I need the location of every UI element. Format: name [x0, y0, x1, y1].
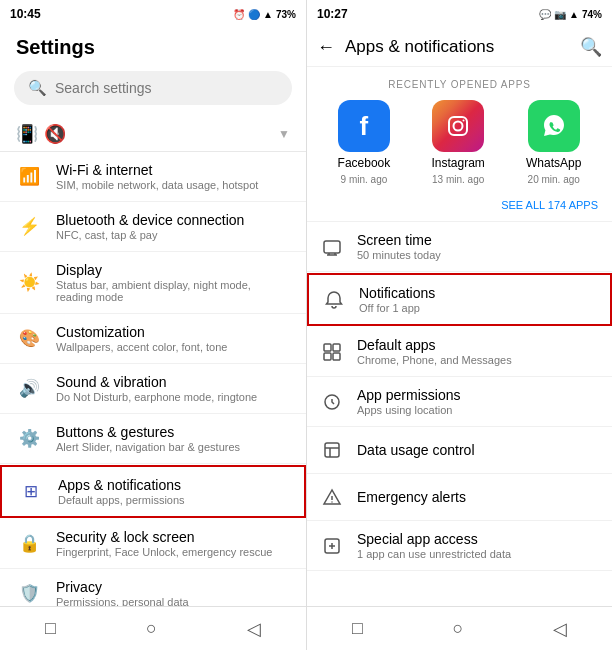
recent-apps-section: RECENTLY OPENED APPS f Facebook 9 min. a… [307, 67, 612, 222]
left-nav-bar: □ ○ ◁ [0, 606, 306, 650]
security-title: Security & lock screen [56, 529, 290, 545]
instagram-time: 13 min. ago [432, 174, 484, 185]
customization-title: Customization [56, 324, 290, 340]
security-sub: Fingerprint, Face Unlock, emergency resc… [56, 546, 290, 558]
apps-title: Apps & notifications [58, 477, 288, 493]
app-permissions-sub: Apps using location [357, 404, 600, 416]
right-nav-back[interactable]: ◁ [553, 618, 567, 640]
right-time: 10:27 [317, 7, 348, 21]
buttons-title: Buttons & gestures [56, 424, 290, 440]
screen-time-icon [319, 234, 345, 260]
facebook-time: 9 min. ago [341, 174, 388, 185]
privacy-sub: Permissions, personal data [56, 596, 290, 606]
whatsapp-time: 20 min. ago [528, 174, 580, 185]
display-icon: ☀️ [16, 270, 42, 296]
bluetooth-title: Bluetooth & device connection [56, 212, 290, 228]
special-access-title: Special app access [357, 531, 600, 547]
left-nav-square[interactable]: □ [45, 618, 56, 639]
settings-item-bluetooth[interactable]: ⚡ Bluetooth & device connection NFC, cas… [0, 202, 306, 252]
wifi-right-icon: ▲ [569, 9, 579, 20]
apps-row: f Facebook 9 min. ago Instagram 13 min. … [307, 100, 612, 193]
message-icon: 💬 [539, 9, 551, 20]
left-header: Settings [0, 28, 306, 63]
settings-item-sound[interactable]: 🔊 Sound & vibration Do Not Disturb, earp… [0, 364, 306, 414]
right-status-bar: 10:27 💬 📷 ▲ 74% [307, 0, 612, 28]
settings-item-wifi[interactable]: 📶 Wi-Fi & internet SIM, mobile network, … [0, 152, 306, 202]
left-time: 10:45 [10, 7, 41, 21]
right-nav-circle[interactable]: ○ [453, 618, 464, 639]
display-title: Display [56, 262, 290, 278]
app-item-instagram[interactable]: Instagram 13 min. ago [431, 100, 484, 185]
buttons-sub: Alert Slider, navigation bar & gestures [56, 441, 290, 453]
search-input[interactable] [55, 80, 278, 96]
alarm-icon: ⏰ [233, 9, 245, 20]
bluetooth-status-icon: 🔵 [248, 9, 260, 20]
display-sub: Status bar, ambient display, night mode,… [56, 279, 290, 303]
settings-item-apps[interactable]: ⊞ Apps & notifications Default apps, per… [0, 465, 306, 518]
wifi-status-icon: ▲ [263, 9, 273, 20]
vibrate-icon: 📳 [16, 123, 38, 145]
right-nav-square[interactable]: □ [352, 618, 363, 639]
settings-item-display[interactable]: ☀️ Display Status bar, ambient display, … [0, 252, 306, 314]
right-nav-bar: □ ○ ◁ [307, 606, 612, 650]
customization-icon: 🎨 [16, 326, 42, 352]
section-icons: 📳 🔇 [16, 123, 66, 145]
privacy-title: Privacy [56, 579, 290, 595]
back-icon[interactable]: ← [317, 37, 335, 58]
wifi-icon: 📶 [16, 164, 42, 190]
bluetooth-icon: ⚡ [16, 214, 42, 240]
special-access-sub: 1 app can use unrestricted data [357, 548, 600, 560]
right-item-app-permissions[interactable]: App permissions Apps using location [307, 377, 612, 427]
bluetooth-sub: NFC, cast, tap & pay [56, 229, 290, 241]
right-item-screen-time[interactable]: Screen time 50 minutes today [307, 222, 612, 272]
settings-item-buttons[interactable]: ⚙️ Buttons & gestures Alert Slider, navi… [0, 414, 306, 464]
privacy-icon: 🛡️ [16, 581, 42, 607]
app-item-whatsapp[interactable]: WhatsApp 20 min. ago [526, 100, 581, 185]
left-status-icons: ⏰ 🔵 ▲ 73% [233, 9, 296, 20]
wifi-sub: SIM, mobile network, data usage, hotspot [56, 179, 290, 191]
instagram-icon [432, 100, 484, 152]
right-battery: 74% [582, 9, 602, 20]
chevron-down-icon[interactable]: ▼ [278, 127, 290, 141]
settings-item-security[interactable]: 🔒 Security & lock screen Fingerprint, Fa… [0, 519, 306, 569]
right-item-notifications[interactable]: Notifications Off for 1 app [307, 273, 612, 326]
photo-icon: 📷 [554, 9, 566, 20]
notifications-title: Notifications [359, 285, 598, 301]
right-item-emergency-alerts[interactable]: Emergency alerts [307, 474, 612, 521]
right-item-data-usage[interactable]: Data usage control [307, 427, 612, 474]
section-header: 📳 🔇 ▼ [0, 113, 306, 152]
left-status-bar: 10:45 ⏰ 🔵 ▲ 73% [0, 0, 306, 28]
left-nav-back[interactable]: ◁ [247, 618, 261, 640]
left-nav-circle[interactable]: ○ [146, 618, 157, 639]
wifi-title: Wi-Fi & internet [56, 162, 290, 178]
emergency-alerts-icon [319, 484, 345, 510]
see-all-row[interactable]: SEE ALL 174 APPS [307, 193, 612, 222]
buttons-icon: ⚙️ [16, 426, 42, 452]
settings-item-privacy[interactable]: 🛡️ Privacy Permissions, personal data [0, 569, 306, 606]
svg-point-2 [463, 120, 465, 122]
screen-time-sub: 50 minutes today [357, 249, 600, 261]
right-item-default-apps[interactable]: Default apps Chrome, Phone, and Messages [307, 327, 612, 377]
app-item-facebook[interactable]: f Facebook 9 min. ago [338, 100, 391, 185]
sound-title: Sound & vibration [56, 374, 290, 390]
svg-rect-0 [449, 117, 467, 135]
right-panel: 10:27 💬 📷 ▲ 74% ← Apps & notifications 🔍… [306, 0, 612, 650]
whatsapp-name: WhatsApp [526, 156, 581, 170]
search-header-icon[interactable]: 🔍 [580, 36, 602, 58]
right-item-special-access[interactable]: Special app access 1 app can use unrestr… [307, 521, 612, 571]
notifications-icon [321, 287, 347, 313]
right-list: Screen time 50 minutes today Notificatio… [307, 222, 612, 606]
security-icon: 🔒 [16, 531, 42, 557]
data-usage-icon [319, 437, 345, 463]
apps-icon: ⊞ [18, 479, 44, 505]
see-all-link[interactable]: SEE ALL 174 APPS [501, 199, 598, 211]
app-permissions-title: App permissions [357, 387, 600, 403]
right-header-title: Apps & notifications [345, 37, 570, 57]
settings-item-customization[interactable]: 🎨 Customization Wallpapers, accent color… [0, 314, 306, 364]
apps-sub: Default apps, permissions [58, 494, 288, 506]
svg-rect-3 [324, 241, 340, 253]
search-bar[interactable]: 🔍 [14, 71, 292, 105]
default-apps-title: Default apps [357, 337, 600, 353]
facebook-name: Facebook [338, 156, 391, 170]
app-permissions-icon [319, 389, 345, 415]
